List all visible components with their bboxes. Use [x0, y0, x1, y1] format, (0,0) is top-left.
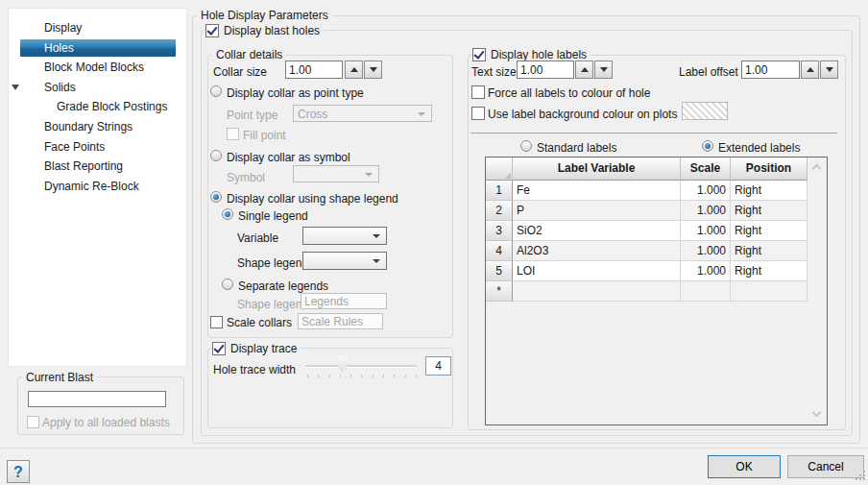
cell-scale[interactable]: 1.000 — [681, 241, 731, 261]
text-size-down-button[interactable] — [594, 61, 613, 79]
collar-size-input[interactable] — [285, 61, 343, 79]
scale-rules-input — [298, 313, 383, 329]
cell-position[interactable]: Right — [731, 221, 808, 241]
display-blast-holes-checkbox[interactable] — [205, 24, 219, 37]
sidebar-item-face-points[interactable]: Face Points — [20, 138, 176, 156]
label-offset-label: Label offset — [679, 65, 738, 79]
display-collar-symbol-label: Display collar as symbol — [227, 151, 350, 164]
chevron-down-icon[interactable] — [812, 408, 822, 418]
cancel-button[interactable]: Cancel — [787, 455, 864, 478]
cell-variable[interactable]: LOI — [513, 261, 681, 281]
extended-labels-radio[interactable] — [702, 140, 713, 152]
sidebar-item-display[interactable]: Display — [20, 19, 176, 36]
text-size-input[interactable] — [517, 61, 574, 79]
display-collar-point-type-radio[interactable] — [210, 85, 222, 97]
collar-details-title: Collar details — [212, 48, 286, 61]
shape-legend-dropdown[interactable] — [302, 252, 387, 270]
label-offset-down-button[interactable] — [820, 61, 838, 79]
variable-dropdown[interactable] — [302, 227, 387, 245]
row-header[interactable]: * — [486, 281, 513, 302]
display-hole-labels-checkbox[interactable] — [472, 48, 486, 61]
sidebar-item-solids[interactable]: Solids — [20, 79, 176, 96]
cell-scale[interactable] — [681, 281, 731, 302]
resize-grip[interactable] — [856, 478, 857, 480]
column-header-scale[interactable]: Scale — [681, 158, 731, 181]
force-labels-colour-checkbox[interactable] — [471, 85, 485, 99]
cell-scale[interactable]: 1.000 — [681, 181, 731, 201]
chevron-down-icon — [373, 259, 380, 263]
cell-position[interactable]: Right — [731, 261, 808, 281]
hole-trace-width-slider-track[interactable] — [305, 365, 416, 368]
variable-label: Variable — [237, 231, 278, 245]
cell-variable[interactable] — [513, 281, 681, 302]
cell-variable[interactable]: Fe — [513, 181, 681, 201]
slider-tick-marks — [307, 375, 417, 377]
row-header[interactable]: 2 — [486, 201, 513, 221]
cell-variable[interactable]: P — [513, 201, 681, 221]
cell-position[interactable]: Right — [731, 181, 808, 201]
cell-variable[interactable]: Al2O3 — [513, 241, 681, 261]
row-header[interactable]: 5 — [486, 261, 513, 281]
cell-scale[interactable]: 1.000 — [681, 201, 731, 221]
standard-labels-radio[interactable] — [520, 140, 532, 152]
separate-shape-legend-input — [301, 293, 387, 309]
current-blast-input[interactable] — [28, 391, 166, 407]
display-hole-labels-label: Display hole labels — [487, 48, 591, 61]
sidebar-item-blast-reporting[interactable]: Blast Reporting — [20, 158, 176, 175]
separate-legends-radio[interactable] — [222, 279, 233, 290]
spinner-down-icon — [826, 67, 833, 72]
use-label-background-checkbox[interactable] — [471, 107, 485, 120]
sidebar-item-boundary-strings[interactable]: Boundary Strings — [20, 118, 176, 135]
footer-divider — [0, 448, 868, 449]
sidebar-item-grade-block-postings[interactable]: Grade Block Postings — [20, 98, 176, 115]
single-legend-label: Single legend — [238, 209, 308, 223]
display-collar-shape-legend-radio[interactable] — [210, 191, 222, 203]
table-row-new: * — [486, 281, 827, 302]
help-icon: ? — [13, 464, 23, 480]
column-header-position[interactable]: Position — [731, 158, 808, 181]
shape-legend-label: Shape legend — [237, 256, 308, 270]
row-header[interactable]: 1 — [486, 181, 513, 201]
cell-position[interactable]: Right — [731, 241, 808, 261]
table-corner-cell[interactable] — [486, 158, 513, 181]
help-button[interactable]: ? — [7, 460, 30, 483]
row-header[interactable]: 3 — [486, 221, 513, 241]
symbol-label: Symbol — [227, 171, 265, 184]
collar-size-down-button[interactable] — [364, 61, 382, 79]
scale-collars-checkbox[interactable] — [210, 316, 223, 328]
collar-size-up-button[interactable] — [345, 61, 363, 79]
current-blast-title: Current Blast — [22, 371, 97, 384]
cell-scale[interactable]: 1.000 — [681, 261, 731, 281]
hole-trace-width-label: Hole trace width — [213, 363, 296, 376]
row-header[interactable]: 4 — [486, 241, 513, 261]
separate-legends-label: Separate legends — [238, 279, 328, 293]
cell-position[interactable]: Right — [731, 201, 808, 221]
sidebar-item-dynamic-re-block[interactable]: Dynamic Re-Block — [20, 178, 176, 195]
cell-variable[interactable]: SiO2 — [513, 221, 681, 241]
display-collar-symbol-radio[interactable] — [210, 150, 222, 161]
ok-button[interactable]: OK — [708, 455, 781, 478]
display-trace-label: Display trace — [227, 342, 301, 355]
table-row: 3 SiO2 1.000 Right — [486, 221, 827, 241]
spinner-down-icon — [600, 67, 608, 72]
display-blast-holes-label: Display blast holes — [220, 24, 324, 37]
hole-trace-width-value[interactable] — [425, 356, 451, 376]
sidebar-item-block-model-blocks[interactable]: Block Model Blocks — [20, 59, 176, 76]
label-offset-up-button[interactable] — [801, 61, 819, 79]
display-trace-checkbox[interactable] — [212, 342, 226, 355]
use-label-background-label: Use label background colour on plots — [488, 108, 677, 121]
text-size-up-button[interactable] — [575, 61, 593, 79]
table-row: 2 P 1.000 Right — [486, 201, 827, 221]
single-legend-radio[interactable] — [222, 208, 233, 220]
column-header-label-variable[interactable]: Label Variable — [513, 158, 681, 181]
hole-display-parameters-dialog: Display Holes Block Model Blocks Solids … — [0, 0, 868, 485]
cell-position[interactable] — [731, 281, 808, 302]
label-background-colour-swatch[interactable] — [682, 102, 728, 120]
labels-section-divider — [470, 133, 837, 133]
cell-scale[interactable]: 1.000 — [681, 221, 731, 241]
scale-collars-label: Scale collars — [227, 316, 292, 329]
point-type-label: Point type — [227, 109, 277, 122]
sidebar-item-holes[interactable]: Holes — [20, 39, 176, 57]
label-offset-input[interactable] — [741, 61, 800, 79]
triangle-down-icon[interactable] — [12, 85, 19, 90]
